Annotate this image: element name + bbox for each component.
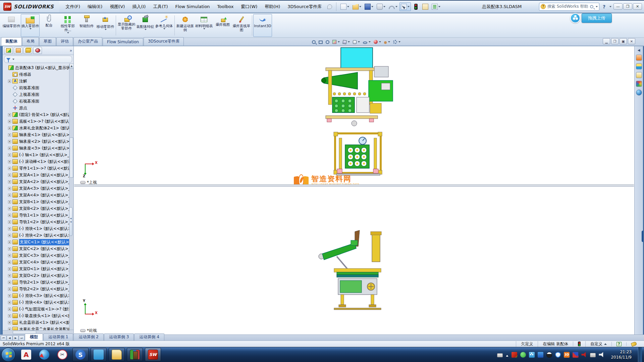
tray-icon[interactable] [538,352,543,358]
feature-manager-tab[interactable] [4,47,13,54]
model-front-view[interactable] [317,229,405,313]
expand-plus-icon[interactable] [8,133,11,136]
tray-icon[interactable]: 3D [564,352,570,358]
print-button[interactable] [375,2,387,11]
search-dropdown-icon[interactable] [596,6,598,7]
dropdown-arrow-icon[interactable] [203,28,205,29]
show-desktop-button[interactable] [638,347,642,362]
taskbar-clock[interactable]: 21:23 2016/11/9 [607,349,635,360]
tree-item[interactable]: 支架A<4> (默认<<默认>_ [3,192,73,198]
web-resources-icon[interactable] [636,89,642,96]
dropdown-arrow-icon[interactable] [145,29,147,30]
model-tab[interactable]: 运动算例 3 [104,334,134,341]
viewport-split-bar[interactable] [74,184,634,187]
tree-item[interactable]: 上视基准面 [3,91,73,98]
expand-plus-icon[interactable] [8,247,11,250]
expand-plus-icon[interactable] [8,241,11,244]
tray-icon[interactable] [573,352,578,358]
next-tab-button[interactable]: ▶ [13,336,18,341]
tree-filter-bar[interactable] [4,56,72,63]
taskbar-app-button[interactable]: SW [145,348,161,361]
panel-splitter-handle[interactable]: ◂◂ [69,207,72,236]
tree-item[interactable]: 水果礼盒装配体2<1> (默认 [3,125,73,131]
taskbar-app-button[interactable] [109,348,125,361]
expand-plus-icon[interactable] [8,140,11,143]
ribbon-button[interactable]: 插入零部件 [21,14,40,37]
tree-item[interactable]: 支架C<4> (默认<<默认>_ [3,259,73,265]
panel-tabs-overflow[interactable]: » [70,48,72,53]
tree-item[interactable]: 底板<1>->? (默认<<默认: [3,118,73,125]
view-settings-button[interactable] [393,40,400,44]
command-tab[interactable]: 办公室产品 [73,37,102,46]
ribbon-button[interactable]: 爆炸直线草图 [232,14,251,37]
select-tool-button[interactable] [399,2,411,11]
tree-item[interactable]: 右视基准面 [3,98,73,105]
expand-plus-icon[interactable] [8,314,11,317]
expand-plus-icon[interactable] [8,180,11,183]
ribbon-button[interactable]: 智能扣件 [77,14,96,37]
tray-icon[interactable] [546,352,552,358]
status-tag-button[interactable] [626,342,641,346]
tree-item[interactable]: (-) 轴<1> (默认<<默认>_显 [3,152,73,158]
model-top-view[interactable] [319,47,406,178]
tree-item[interactable]: 支架B<1> (默认<<默认>_ [3,198,73,205]
model-tab[interactable]: 运动算例 1 [43,334,73,341]
taskbar-app-button[interactable]: A [18,348,34,361]
tree-item[interactable]: (-) 吸盘接头<1> (默认<<默 [3,312,73,319]
solidworks-resources-icon[interactable] [636,55,642,61]
tree-item[interactable]: 总装配体3 (默认<默认_显示状 [3,64,73,71]
file-properties-button[interactable] [421,2,430,11]
zoom-area-button[interactable] [319,40,323,44]
command-tab[interactable]: 装配体 [1,37,22,46]
tree-item[interactable]: 导轨1<1> (默认<<默认>_ [3,212,73,219]
expand-plus-icon[interactable] [8,288,11,291]
ribbon-button[interactable]: 材料明细表 [195,14,213,37]
expand-plus-icon[interactable] [8,261,11,264]
ribbon-button[interactable]: Instant3D [253,14,272,37]
undo-button[interactable] [387,2,399,11]
tree-item[interactable]: 原点 [3,105,73,111]
dropdown-arrow-icon[interactable] [105,29,107,30]
rebuild-button[interactable] [412,2,420,11]
expand-plus-icon[interactable] [8,154,11,157]
ribbon-button[interactable]: 编辑零部件 [2,14,21,37]
status-units-selector[interactable]: 自定义 [585,341,611,347]
search-box[interactable]: ? 搜索 SolidWorks 帮助 [539,3,599,11]
options-button[interactable] [430,2,442,11]
dropdown-arrow-icon[interactable] [163,28,165,29]
ribbon-button[interactable]: 装配体特征 [136,14,155,37]
drag-upload-label[interactable]: 拖拽上传 [582,13,612,23]
expand-plus-icon[interactable] [8,200,11,203]
configuration-manager-tab[interactable] [23,47,32,54]
tree-item[interactable]: (-) 滑块<2> (默认<<默认> [3,232,73,239]
zoom-fit-button[interactable] [312,40,316,44]
child-restore-button[interactable]: ❐ [611,38,619,44]
tray-icon[interactable] [520,352,526,358]
dropdown-arrow-icon[interactable] [67,32,69,34]
tree-item[interactable]: (-) 滑块<1> (默认<<默认> [3,225,73,232]
view-orientation-button[interactable] [343,40,350,44]
expand-plus-icon[interactable] [8,227,11,230]
tree-vertical-scrollbar[interactable]: ▲ ▼ [69,64,73,330]
menu-item[interactable]: 窗口(W) [237,1,261,12]
expand-plus-icon[interactable] [8,127,11,130]
tree-item[interactable]: (-) 气缸固定板<1>->? (默认 [3,306,73,312]
expand-plus-icon[interactable] [8,221,11,224]
tree-item[interactable]: 注解 [3,78,73,84]
filter-dropdown-icon[interactable] [12,59,14,60]
tray-icon[interactable] [506,355,508,357]
status-rebuild-indicator[interactable] [573,342,585,346]
menu-item[interactable]: 编辑(E) [84,1,106,12]
ribbon-button[interactable]: 新建运动算例 [176,14,195,37]
display-manager-tab[interactable] [33,47,42,54]
prev-tab-button[interactable]: ◀ [7,336,12,341]
taskbar-app-button[interactable]: S [72,348,89,361]
maximize-button[interactable]: ❐ [623,3,632,10]
expand-plus-icon[interactable] [8,328,11,330]
appearances-palette-icon[interactable] [636,81,642,87]
search-icon[interactable] [590,5,593,8]
pin-icon[interactable] [327,4,332,9]
child-minimize-button[interactable]: ▁ [603,38,610,44]
drag-upload-overlay[interactable]: 拖拽上传 [570,13,612,23]
menu-item[interactable]: 帮助(H) [261,1,284,12]
